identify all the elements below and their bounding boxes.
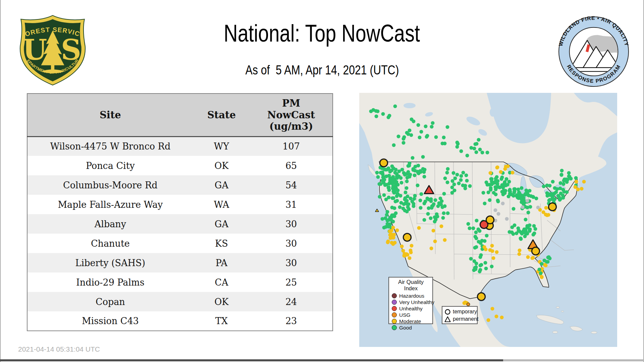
- table-row: Indio-29 PalmsCA25: [27, 273, 333, 292]
- table-row: Liberty (SAHS)PA30: [27, 253, 333, 273]
- value-cell: 24: [250, 292, 333, 311]
- aqi-legend-label: Good: [399, 325, 412, 331]
- nowcast-table: Site State PM NowCast (ug/m3) Wilson-447…: [27, 93, 333, 331]
- site-cell: Indio-29 Palms: [27, 273, 193, 292]
- table-row: Wilson-4475 W Bronco RdWY107: [27, 136, 333, 156]
- aqi-legend-title: Air Quality Index: [392, 279, 430, 292]
- state-cell: TX: [193, 311, 250, 331]
- table-row: Maple Falls-Azure WayWA31: [27, 195, 333, 214]
- site-marker-circle-moderate: [548, 202, 557, 211]
- aqi-legend-label: Moderate: [399, 318, 421, 324]
- site-marker-triangle-moderate: [375, 208, 379, 212]
- window-left-border: [0, 0, 1, 362]
- aqi-legend-label: Unhealthy: [399, 306, 423, 312]
- site-marker-circle-moderate: [477, 292, 486, 301]
- state-cell: CA: [193, 273, 250, 292]
- value-cell: 23: [250, 311, 333, 331]
- marker-type-legend: temporary permanent: [442, 306, 478, 324]
- table-row: ChanuteKS30: [27, 234, 333, 253]
- value-cell: 25: [250, 273, 333, 292]
- good-swatch-icon: [392, 325, 397, 330]
- site-marker-triangle-unhealthy: [423, 185, 435, 195]
- page-title: National: Top NowCast: [224, 19, 420, 47]
- site-cell: Copan: [27, 292, 193, 311]
- value-cell: 30: [250, 234, 333, 253]
- temporary-label: temporary: [453, 309, 477, 315]
- aqi-legend-item: Good: [392, 324, 430, 331]
- aqi-legend-item: Hazardous: [392, 293, 430, 299]
- column-header-pm-nowcast: PM NowCast (ug/m3): [250, 94, 333, 136]
- aqi-legend-label: Very Unhealthy: [399, 299, 434, 305]
- wfaqrp-logo: WILDLAND FIRE • AIR QUALITY RESPONSE PRO…: [558, 16, 630, 87]
- state-cell: WA: [193, 195, 250, 214]
- aqi-legend-item: USG: [392, 312, 430, 318]
- air-quality-map: Air Quality Index HazardousVery Unhealth…: [359, 93, 617, 347]
- column-header-site: Site: [27, 94, 193, 136]
- moderate-swatch-icon: [392, 319, 397, 324]
- value-cell: 30: [250, 214, 333, 234]
- page-subtitle: As of 5 AM, Apr 14, 2021 (UTC): [245, 63, 399, 77]
- state-cell: GA: [193, 175, 250, 195]
- aqi-legend-item: Moderate: [392, 318, 430, 324]
- site-cell: Columbus-Moore Rd: [27, 175, 193, 195]
- state-cell: OK: [193, 292, 250, 311]
- report-page: FOREST SERVICE DEPARTMENT OF AGRICULTURE…: [0, 0, 644, 362]
- site-marker-circle-moderate: [486, 216, 494, 224]
- very_unhealthy-swatch-icon: [392, 300, 397, 305]
- aqi-legend-label: USG: [399, 312, 411, 318]
- site-cell: Maple Falls-Azure Way: [27, 195, 193, 214]
- state-cell: GA: [193, 214, 250, 234]
- value-cell: 107: [250, 136, 333, 156]
- value-cell: 54: [250, 175, 333, 195]
- permanent-legend-row: permanent: [444, 315, 475, 323]
- temporary-legend-row: temporary: [444, 308, 475, 315]
- value-cell: 65: [250, 156, 333, 175]
- state-cell: KS: [193, 234, 250, 253]
- state-cell: OK: [193, 156, 250, 175]
- site-cell: Chanute: [27, 234, 193, 253]
- site-marker-circle-moderate: [379, 159, 388, 167]
- site-cell: Albany: [27, 214, 193, 234]
- table-row: Mission C43TX23: [27, 311, 333, 331]
- permanent-label: permanent: [453, 316, 479, 322]
- column-header-state: State: [193, 94, 250, 136]
- site-cell: Wilson-4475 W Bronco Rd: [27, 136, 193, 156]
- aqi-legend-item: Unhealthy: [392, 305, 430, 312]
- unhealthy-swatch-icon: [392, 306, 397, 311]
- state-cell: PA: [193, 253, 250, 273]
- aqi-legend-item: Very Unhealthy: [392, 299, 430, 305]
- permanent-marker-icon: [444, 316, 451, 322]
- site-cell: Ponca City: [27, 156, 193, 175]
- usg-swatch-icon: [392, 312, 397, 317]
- temporary-marker-icon: [444, 309, 451, 315]
- state-cell: WY: [193, 136, 250, 156]
- site-cell: Mission C43: [27, 311, 193, 331]
- horizontal-scrollbar[interactable]: [0, 359, 644, 361]
- value-cell: 30: [250, 253, 333, 273]
- table-header-row: Site State PM NowCast (ug/m3): [27, 94, 333, 136]
- table-row: CopanOK24: [27, 292, 333, 311]
- site-marker-circle-moderate: [531, 247, 540, 255]
- site-cell: Liberty (SAHS): [27, 253, 193, 273]
- site-marker-circle-usg: [467, 303, 470, 306]
- aqi-legend: Air Quality Index HazardousVery Unhealth…: [388, 277, 433, 324]
- generated-timestamp: 2021-04-14 05:31:04 UTC: [18, 345, 100, 353]
- aqi-legend-label: Hazardous: [399, 293, 424, 299]
- value-cell: 31: [250, 195, 333, 214]
- table-row: Columbus-Moore RdGA54: [27, 175, 333, 195]
- table-row: Ponca CityOK65: [27, 156, 333, 175]
- table-row: AlbanyGA30: [27, 214, 333, 234]
- scrollbar-thumb[interactable]: [0, 359, 503, 361]
- hazardous-swatch-icon: [392, 293, 397, 298]
- site-marker-circle-moderate: [403, 233, 412, 242]
